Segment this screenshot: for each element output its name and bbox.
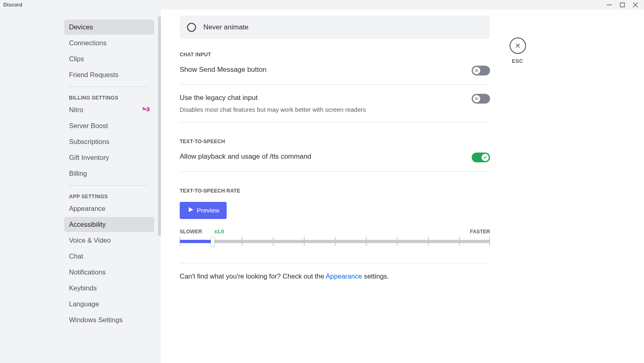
- sidebar-item-label: Chat: [69, 252, 83, 260]
- slider-tick: [273, 237, 274, 246]
- settings-content: Never animate CHAT INPUT Show Send Messa…: [161, 10, 644, 363]
- slider-mark-label: x1.0: [214, 229, 224, 235]
- setting-show-send-button: Show Send Message button: [180, 66, 490, 84]
- sidebar-item-appearance[interactable]: Appearance: [64, 201, 154, 216]
- sidebar-item-devices[interactable]: Devices: [64, 20, 154, 35]
- appearance-link[interactable]: Appearance: [326, 272, 362, 280]
- sidebar-item-label: Keybinds: [69, 284, 97, 292]
- slider-tick: [304, 237, 305, 246]
- sidebar-item-label: Devices: [69, 23, 93, 31]
- divider: [180, 263, 490, 263]
- slider-tick: [242, 237, 243, 246]
- section-header-tts-rate: TEXT-TO-SPEECH RATE: [180, 188, 490, 194]
- sidebar-item-label: Billing: [69, 170, 87, 177]
- app-name: Discord: [3, 2, 22, 8]
- sidebar-item-label: Connections: [69, 39, 107, 47]
- settings-sidebar: Devices Connections Clips Friend Request…: [0, 10, 161, 363]
- sidebar-item-server-boost[interactable]: Server Boost: [64, 118, 154, 133]
- slider-slower-label: SLOWER: [180, 229, 202, 235]
- slider-tick: [397, 237, 398, 246]
- sidebar-item-connections[interactable]: Connections: [64, 35, 154, 51]
- sidebar-item-label: Accessibility: [69, 221, 106, 228]
- sidebar-header-app: APP SETTINGS: [64, 190, 154, 201]
- sidebar-item-keybinds[interactable]: Keybinds: [64, 281, 154, 296]
- toggle-legacy-chat-input[interactable]: [472, 94, 490, 104]
- sidebar-item-label: Nitro: [69, 106, 83, 114]
- minimize-button[interactable]: [606, 2, 612, 8]
- sidebar-item-nitro[interactable]: Nitro: [64, 102, 154, 117]
- esc-label: ESC: [512, 58, 523, 64]
- sidebar-item-label: Friend Requests: [69, 71, 118, 79]
- slider-tick: [366, 237, 367, 246]
- sidebar-item-label: Server Boost: [69, 122, 108, 130]
- titlebar: Discord: [0, 0, 644, 10]
- slider-fill: [180, 240, 212, 243]
- nitro-badge-icon: [141, 106, 149, 114]
- sidebar-item-gift-inventory[interactable]: Gift Inventory: [64, 150, 154, 165]
- preview-label: Preview: [197, 207, 219, 214]
- slider-thumb[interactable]: [211, 237, 215, 246]
- sidebar-item-chat[interactable]: Chat: [64, 249, 154, 264]
- radio-label: Never animate: [203, 23, 249, 31]
- footer-post: settings.: [362, 272, 389, 280]
- sidebar-item-notifications[interactable]: Notifications: [64, 265, 154, 280]
- close-settings-button[interactable]: [510, 38, 526, 54]
- sidebar-item-label: Voice & Video: [69, 237, 111, 244]
- sidebar-scrollbar[interactable]: [158, 16, 161, 236]
- sidebar-item-friend-requests[interactable]: Friend Requests: [64, 67, 154, 82]
- setting-title: Use the legacy chat input: [180, 94, 366, 102]
- sidebar-item-label: Windows Settings: [69, 316, 123, 324]
- sidebar-item-language[interactable]: Language: [64, 297, 154, 312]
- setting-title: Show Send Message button: [180, 66, 267, 74]
- radio-never-animate[interactable]: Never animate: [180, 15, 490, 39]
- sidebar-header-billing: BILLING SETTINGS: [64, 91, 154, 102]
- slider-labels: SLOWER x1.0 FASTER: [180, 229, 490, 235]
- divider: [180, 122, 490, 122]
- preview-button[interactable]: Preview: [180, 202, 227, 219]
- sidebar-item-label: Appearance: [69, 205, 105, 212]
- toggle-show-send-button[interactable]: [472, 66, 490, 75]
- slider-tick: [335, 237, 336, 246]
- setting-title: Allow playback and usage of /tts command: [180, 153, 311, 161]
- sidebar-item-accessibility[interactable]: Accessibility: [64, 217, 154, 232]
- maximize-button[interactable]: [619, 2, 625, 8]
- slider-tick: [459, 237, 460, 246]
- divider: [180, 84, 490, 85]
- section-header-chat-input: CHAT INPUT: [180, 52, 490, 58]
- divider: [69, 86, 149, 87]
- divider: [69, 185, 149, 186]
- svg-point-5: [147, 109, 147, 110]
- footer-text: Can't find what you're looking for? Chec…: [180, 272, 490, 280]
- window-controls: [606, 2, 641, 8]
- sidebar-item-label: Notifications: [69, 268, 106, 276]
- section-header-tts: TEXT-TO-SPEECH: [180, 139, 490, 144]
- sidebar-item-label: Subscriptions: [69, 138, 109, 146]
- slider-tick: [428, 237, 429, 246]
- toggle-allow-tts[interactable]: [472, 153, 490, 162]
- play-icon: [187, 206, 194, 215]
- tts-rate-slider[interactable]: [180, 235, 490, 247]
- divider: [180, 171, 490, 172]
- sidebar-item-windows-settings[interactable]: Windows Settings: [64, 312, 154, 328]
- setting-description: Disables most chat features but may work…: [180, 106, 366, 113]
- footer-pre: Can't find what you're looking for? Chec…: [180, 272, 326, 280]
- svg-rect-1: [620, 3, 624, 7]
- radio-icon: [187, 23, 196, 32]
- sidebar-item-billing[interactable]: Billing: [64, 166, 154, 181]
- sidebar-item-clips[interactable]: Clips: [64, 51, 154, 66]
- setting-legacy-chat-input: Use the legacy chat input Disables most …: [180, 94, 490, 122]
- setting-allow-tts: Allow playback and usage of /tts command: [180, 153, 490, 171]
- window-close-button[interactable]: [633, 2, 638, 8]
- sidebar-item-voice-video[interactable]: Voice & Video: [64, 233, 154, 248]
- slider-faster-label: FASTER: [470, 229, 490, 235]
- sidebar-item-subscriptions[interactable]: Subscriptions: [64, 134, 154, 149]
- slider-tick: [489, 237, 490, 246]
- sidebar-item-label: Gift Inventory: [69, 154, 109, 162]
- sidebar-item-label: Clips: [69, 55, 84, 63]
- sidebar-item-label: Language: [69, 300, 99, 308]
